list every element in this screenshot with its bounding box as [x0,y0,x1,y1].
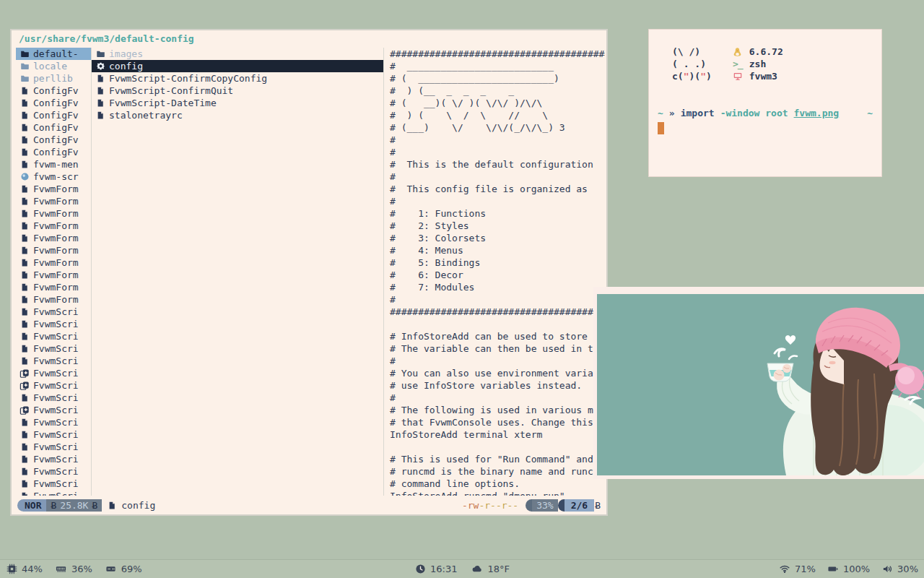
right-prompt: ~ [867,107,873,119]
file-icon [19,307,30,317]
file-row[interactable]: FvwmScri [16,367,91,379]
file-row[interactable]: FvwmScript-ConfirmCopyConfig [92,72,383,85]
file-name: FvwmForm [33,184,79,194]
file-row[interactable]: FvwmForm [16,244,91,256]
file-row[interactable]: images [92,48,383,60]
file-row[interactable]: config [92,60,383,72]
file-row[interactable]: FvwmScript-ConfirmQuit [92,85,383,97]
file-row[interactable]: ConfigFv [16,121,91,134]
file-row[interactable]: ConfigFv [16,97,91,109]
stat-value: 30% [897,564,918,574]
parent-column[interactable]: default- locale perl [16,48,92,496]
file-row[interactable]: FvwmScri [16,355,91,367]
file-plus-icon [19,368,30,379]
desktop: { "colors":{"desktop":"#b2c0ae","window_… [0,0,924,578]
file-row[interactable]: FvwmForm [16,220,91,232]
file-row[interactable]: locale [16,60,91,72]
file-row[interactable]: FvwmForm [16,269,91,281]
file-row[interactable]: ConfigFv [16,146,91,158]
file-row[interactable]: FvwmForm [16,195,91,207]
fetch-info: 6.6.72 >_ zsh fvwm3 [732,46,783,82]
file-icon [19,160,30,170]
file-row[interactable]: FvwmScri [16,392,91,404]
file-icon [19,491,30,496]
file-name: default- [33,48,79,59]
file-row[interactable]: fvwm-men [16,158,91,171]
file-row[interactable]: FvwmScript-DateTime [92,97,383,109]
file-row[interactable]: FvwmScri [16,404,91,416]
sphere-icon [19,172,30,182]
file-row[interactable]: FvwmScri [16,478,91,490]
file-name: FvwmScri [33,491,79,496]
file-icon [19,442,30,452]
stat-item: 36% [56,564,92,575]
current-column[interactable]: images config FvwmSc [92,48,384,496]
file-name: FvwmForm [33,196,79,207]
file-row[interactable]: stalonetrayrc [92,109,383,121]
file-row[interactable]: FvwmForm [16,256,91,269]
stat-item: 44% [6,564,43,575]
file-size: 25.8K [60,500,88,511]
file-icon [19,393,30,403]
file-row[interactable]: FvwmScri [16,465,91,478]
file-row[interactable]: ConfigFv [16,134,91,146]
file-row[interactable]: FvwmScri [16,318,91,330]
file-name: stalonetrayrc [109,110,183,121]
shell-prompt-line[interactable]: ~ » import -window root fvwm.png ~ [658,107,873,119]
file-row[interactable]: FvwmScri [16,342,91,355]
file-row[interactable]: default- [16,48,91,60]
status-left: NOR Ƀ25.8KɃ config [17,499,155,512]
file-icon [19,454,30,465]
file-name: FvwmForm [33,245,79,256]
file-row[interactable]: FvwmForm [16,207,91,220]
file-row[interactable]: FvwmScri [16,441,91,453]
stat-item: 71% [779,564,816,575]
file-icon [19,319,30,329]
system-fetch: (\ /) ( . .) c(")(") 6.6.72 >_ zsh [672,46,783,82]
file-name: FvwmForm [33,257,79,268]
file-name: locale [33,61,67,72]
file-size-badge: Ƀ25.8KɃ [46,499,102,512]
file-row[interactable]: FvwmScri [16,306,91,318]
file-plus-icon [19,405,30,415]
file-name: FvwmForm [33,294,79,305]
status-right: -rw-r--r-- 33% 2/6 Ƀ [462,499,601,512]
terminal-cursor [658,122,664,134]
file-row[interactable]: FvwmForm [16,232,91,244]
prompt-arrow-icon: » [669,107,675,119]
file-row[interactable]: FvwmForm [16,183,91,195]
file-row[interactable]: FvwmForm [16,281,91,293]
file-name: FvwmScri [33,478,79,489]
file-row[interactable]: fvwm-scr [16,171,91,183]
folder-icon [19,74,30,84]
file-row[interactable]: FvwmForm [16,293,91,306]
file-row[interactable]: FvwmScri [16,416,91,428]
file-name: FvwmScri [33,454,79,465]
file-icon [19,418,30,428]
ram-icon [56,564,67,575]
tray-stats: 71% 100% [779,560,918,578]
file-row[interactable]: ConfigFv [16,109,91,121]
folder-icon [19,49,30,59]
file-icon [19,221,30,231]
file-icon [19,111,30,121]
fetch-value: 6.6.72 [749,46,783,58]
terminal-window[interactable]: (\ /) ( . .) c(")(") 6.6.72 >_ zsh [648,29,882,177]
stat-item: 69% [105,564,142,575]
cursor-position: 2/6 [565,499,594,512]
file-name: FvwmScri [33,368,79,379]
stat-value: 18°F [487,564,510,574]
file-row[interactable]: perllib [16,72,91,85]
file-icon [19,123,30,133]
file-row[interactable]: FvwmScri [16,330,91,342]
file-name: FvwmScri [33,405,79,415]
image-viewer-window[interactable] [593,287,924,479]
file-row[interactable]: FvwmScri [16,490,91,496]
file-row[interactable]: FvwmScri [16,453,91,465]
file-row[interactable]: ConfigFv [16,85,91,97]
disk-icon [105,564,117,575]
file-row[interactable]: FvwmScri [16,428,91,441]
file-row[interactable]: FvwmScri [16,379,91,392]
preview-pane[interactable]: ########################################… [384,48,605,496]
file-icon [19,344,30,354]
